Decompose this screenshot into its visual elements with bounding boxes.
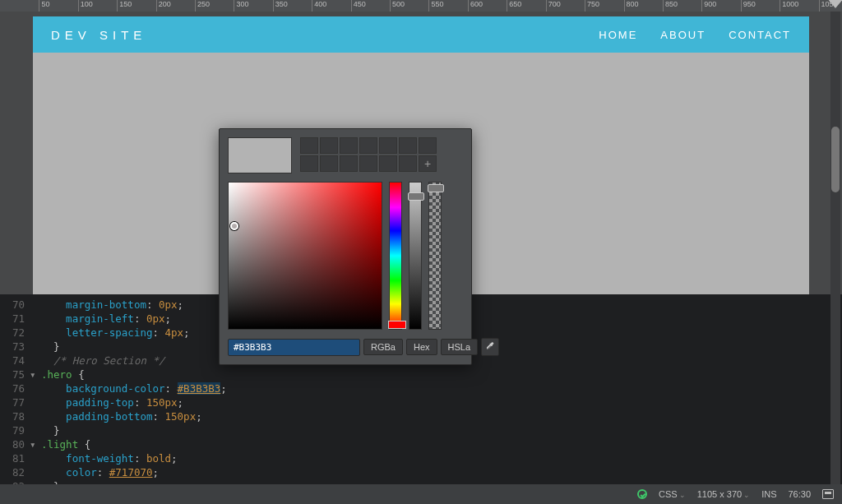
code-content[interactable]: font-weight: bold; — [41, 451, 178, 465]
swatch-slot[interactable] — [300, 137, 318, 154]
hex-input[interactable] — [228, 339, 360, 356]
code-content[interactable]: } — [41, 340, 60, 354]
swatch-slot[interactable] — [340, 137, 358, 154]
horizontal-ruler: 5010015020025030035040045050055060065070… — [0, 0, 842, 12]
nav-link-about[interactable]: ABOUT — [660, 29, 706, 41]
fold-toggle — [30, 395, 41, 409]
format-hex-button[interactable]: Hex — [406, 339, 437, 355]
code-content[interactable]: margin-bottom: 0px; — [41, 298, 183, 312]
line-number: 72 — [0, 326, 30, 340]
fold-toggle — [30, 298, 41, 312]
site-navbar: DEV SITE HOMEABOUTCONTACT — [33, 16, 809, 53]
status-bar: CSS⌄ 1105 x 370⌄ INS 76:30 — [0, 484, 842, 504]
line-number: 70 — [0, 298, 30, 312]
code-content[interactable]: .hero { — [41, 368, 85, 381]
fold-toggle — [30, 465, 41, 479]
fold-toggle — [30, 381, 41, 395]
line-number: 73 — [0, 340, 30, 354]
panel-icon[interactable] — [822, 489, 834, 499]
swatch-slot[interactable] — [379, 137, 397, 154]
lightness-slider[interactable] — [409, 182, 422, 330]
code-content[interactable]: padding-top: 150px; — [41, 395, 183, 409]
swatch-slot[interactable] — [320, 155, 338, 172]
line-number: 81 — [0, 451, 30, 465]
line-number: 78 — [0, 409, 30, 423]
code-line[interactable]: 81 font-weight: bold; — [0, 451, 842, 465]
code-line[interactable]: 80▾.light { — [0, 437, 842, 451]
slider-thumb[interactable] — [408, 192, 424, 201]
eyedropper-icon — [485, 341, 495, 351]
status-cursor-position: 76:30 — [788, 489, 811, 499]
vertical-scrollbar[interactable] — [830, 12, 840, 484]
code-line[interactable]: 75▾.hero { — [0, 368, 842, 381]
sv-color-field[interactable] — [228, 182, 382, 330]
swatch-slot[interactable] — [399, 155, 417, 172]
swatch-slot[interactable] — [300, 155, 318, 172]
fold-toggle — [30, 409, 41, 423]
code-line[interactable]: 77 padding-top: 150px; — [0, 395, 842, 409]
saved-swatches-grid: + — [300, 137, 463, 173]
code-line[interactable]: 82 color: #717070; — [0, 465, 842, 479]
status-viewport[interactable]: 1105 x 370⌄ — [697, 489, 750, 499]
fold-toggle — [30, 326, 41, 340]
line-number: 75 — [0, 368, 30, 381]
code-content[interactable]: margin-left: 0px; — [41, 312, 171, 326]
code-content[interactable]: padding-bottom: 150px; — [41, 409, 202, 423]
fold-toggle — [30, 451, 41, 465]
code-content[interactable]: .light { — [41, 437, 90, 451]
site-navlinks: HOMEABOUTCONTACT — [599, 29, 791, 41]
format-rgba-button[interactable]: RGBa — [363, 339, 403, 355]
swatch-slot[interactable] — [340, 155, 358, 172]
status-ok-icon — [637, 489, 647, 499]
scrollbar-thumb[interactable] — [831, 127, 840, 192]
alpha-slider[interactable] — [428, 182, 442, 330]
swatch-slot[interactable] — [419, 137, 437, 154]
code-line[interactable]: 76 background-color: #B3B3B3; — [0, 381, 842, 395]
fold-toggle[interactable]: ▾ — [30, 437, 41, 451]
line-number: 74 — [0, 354, 30, 368]
line-number: 76 — [0, 381, 30, 395]
fold-toggle — [30, 423, 41, 437]
hue-slider[interactable] — [389, 182, 402, 330]
swatch-slot[interactable] — [399, 137, 417, 154]
line-number: 80 — [0, 437, 30, 451]
swatch-slot[interactable] — [359, 155, 377, 172]
line-number: 77 — [0, 395, 30, 409]
swatch-slot[interactable] — [379, 155, 397, 172]
fold-toggle — [30, 312, 41, 326]
fold-toggle — [30, 340, 41, 354]
add-swatch-button[interactable]: + — [419, 155, 437, 172]
code-line[interactable]: 78 padding-bottom: 150px; — [0, 409, 842, 423]
code-content[interactable]: letter-spacing: 4px; — [41, 326, 190, 340]
line-number: 79 — [0, 423, 30, 437]
code-content[interactable]: /* Hero Section */ — [41, 354, 165, 368]
eyedropper-button[interactable] — [481, 338, 499, 356]
site-brand: DEV SITE — [51, 28, 146, 42]
code-content[interactable]: background-color: #B3B3B3; — [41, 381, 227, 395]
nav-link-home[interactable]: HOME — [599, 29, 637, 41]
swatch-slot[interactable] — [359, 137, 377, 154]
fold-toggle[interactable]: ▾ — [30, 368, 41, 381]
code-content[interactable]: } — [41, 423, 60, 437]
fold-toggle — [30, 354, 41, 368]
current-color-swatch — [228, 137, 292, 173]
status-language[interactable]: CSS⌄ — [659, 489, 686, 499]
status-insert-mode[interactable]: INS — [761, 489, 776, 499]
swatch-slot[interactable] — [320, 137, 338, 154]
line-number: 71 — [0, 312, 30, 326]
nav-link-contact[interactable]: CONTACT — [729, 29, 791, 41]
code-content[interactable]: color: #717070; — [41, 465, 159, 479]
line-number: 82 — [0, 465, 30, 479]
color-picker-panel: + RGBa Hex HSLa — [219, 128, 472, 365]
sv-cursor[interactable] — [230, 222, 238, 230]
format-hsla-button[interactable]: HSLa — [441, 339, 479, 355]
code-line[interactable]: 79 } — [0, 423, 842, 437]
slider-thumb[interactable] — [428, 184, 444, 192]
